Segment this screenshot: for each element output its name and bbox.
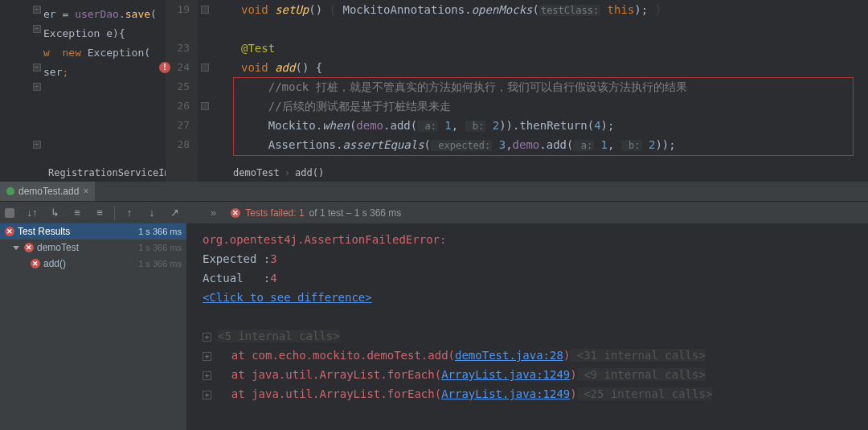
fold-gutter-main [198,0,217,182]
editor-area: − − − − − er = userDao.save( Exception e… [0,0,868,182]
filter-button[interactable]: ↳ [47,205,63,221]
fold-icon[interactable]: − [33,63,41,72]
up-button[interactable]: ↑ [121,205,137,221]
expand-icon[interactable]: + [203,352,211,361]
fold-icon[interactable]: − [33,83,41,91]
fail-icon: ✕ [5,227,14,236]
expand-icon[interactable]: + [203,371,211,380]
source-link[interactable]: ArrayList.java:1249 [441,368,570,381]
fold-icon[interactable] [201,6,209,14]
expand-icon[interactable]: + [203,391,211,399]
fold-icon[interactable] [201,102,209,110]
expand-button[interactable]: ≡ [69,205,85,221]
test-tree[interactable]: ✕Test Results 1 s 366 ms ✕demoTest 1 s 3… [0,223,186,430]
close-icon[interactable]: × [83,186,88,197]
fold-icon[interactable]: − [33,25,41,33]
breadcrumb[interactable]: demoTest › add() [217,164,868,182]
fold-icon[interactable] [201,63,209,72]
run-tab-strip: demoTest.add × [0,182,868,201]
source-link[interactable]: demoTest.java:28 [455,349,563,362]
breadcrumb-left[interactable]: RegistrationServiceImpl [0,164,166,182]
fold-icon[interactable]: − [33,141,41,149]
source-link[interactable]: ArrayList.java:1249 [441,387,570,400]
collapse-button[interactable]: ≡ [92,205,108,221]
left-editor[interactable]: − − − − − er = userDao.save( Exception e… [0,0,166,182]
down-button[interactable]: ↓ [144,205,160,221]
expand-icon[interactable]: + [203,333,211,342]
more-icon[interactable]: » [211,207,216,219]
diff-link[interactable]: <Click to see difference> [203,291,372,304]
fail-icon: ✕ [31,259,40,268]
sort-button[interactable]: ↓↑ [24,205,40,221]
chevron-down-icon [13,246,19,250]
main-editor[interactable]: void setUp() { MockitoAnnotations.openMo… [217,0,868,182]
tree-root[interactable]: ✕Test Results 1 s 366 ms [0,223,186,240]
line-number-gutter: 19 23 24 25 26 27 28 [166,0,198,182]
chevron-right-icon: › [285,167,290,178]
fold-icon[interactable]: − [33,6,41,14]
fail-icon: ✕ [24,243,34,252]
fold-gutter: − − − − − [31,0,43,182]
tree-method[interactable]: ✕add() 1 s 366 ms [0,256,186,272]
run-icon [6,187,14,195]
fail-icon: ✕ [231,208,240,218]
tree-class[interactable]: ✕demoTest 1 s 366 ms [0,240,186,256]
stop-button[interactable] [0,202,19,224]
run-tab[interactable]: demoTest.add × [0,182,95,201]
highlight-box [233,77,854,156]
test-status: ✕ Tests failed: 1 of 1 test – 1 s 366 ms [221,207,868,219]
console-output[interactable]: org.opentest4j.AssertionFailedError: Exp… [186,223,868,430]
test-toolbar: ↓↑ ↳ ≡ ≡ ↑ ↓ ↗ » ✕ Tests failed: 1 of 1 … [0,201,868,223]
export-button[interactable]: ↗ [166,205,182,221]
